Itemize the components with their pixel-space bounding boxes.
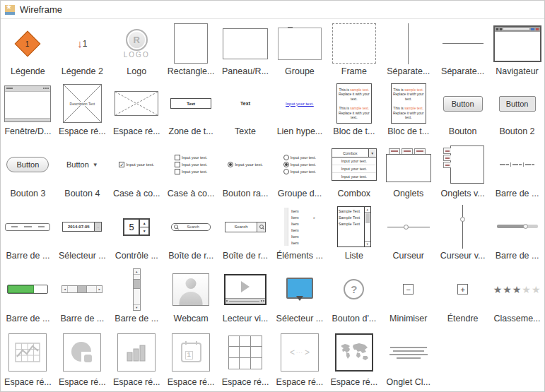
logo-icon: RLOGO xyxy=(124,29,150,59)
shape-label: Onglet Cl... xyxy=(386,377,430,391)
shape-item-ph-table-50[interactable]: Espace ré... xyxy=(1,328,55,391)
shape-item-button-18[interactable]: ButtonBouton xyxy=(435,81,490,141)
shape-label: Bloc de t... xyxy=(333,126,375,141)
shape-item-slider-h-37[interactable]: Curseur xyxy=(381,203,435,265)
shape-item-datepicker-31[interactable]: 2014-07-05‥Sélecteur ... xyxy=(55,203,110,265)
horizontal-separator-shape xyxy=(443,43,484,44)
shape-item-tabs-27[interactable]: Onglets xyxy=(381,141,435,203)
shape-item-menu-35[interactable]: ItemItem▸ItemItemItemItemÉléments ... xyxy=(273,203,327,265)
shape-label: Sélecteur ... xyxy=(276,314,324,328)
shape-item-screensel-45[interactable]: Sélecteur ... xyxy=(273,265,327,328)
video-player-shape xyxy=(224,274,266,305)
table-chart-placeholder-shape xyxy=(8,333,47,372)
shape-item-logo-2[interactable]: RLOGOLogo xyxy=(110,20,164,81)
shape-item-button-flat-19[interactable]: ButtonBouton 2 xyxy=(490,81,544,141)
shape-item-combox-26[interactable]: Combox▼Input your text.Input your text.I… xyxy=(327,141,381,203)
grid3-icon-area xyxy=(218,328,273,377)
shape-item-sep-h-8[interactable]: Séparate... xyxy=(435,20,490,81)
shape-item-img-desc-11[interactable]: Description TextEspace ré... xyxy=(55,81,110,141)
shape-item-frame-6[interactable]: Frame xyxy=(327,20,381,81)
browser-shape xyxy=(493,25,541,62)
tabs-shape-part xyxy=(389,148,426,154)
shape-item-text-14[interactable]: TextTexte xyxy=(218,81,273,141)
shape-item-scrollbar-v-42[interactable]: ▲▼Barre de ... xyxy=(110,265,164,328)
pie-chart-icon xyxy=(70,340,94,364)
checkbox-group-shape-part: Input your text. xyxy=(175,169,207,174)
rating-shape: ★★★★★ xyxy=(493,285,541,295)
shape-item-spinner-32[interactable]: 5▲▼Contrôle ... xyxy=(110,203,164,265)
shape-item-button-drop-21[interactable]: Button▼Bouton 4 xyxy=(55,141,110,203)
radio-group-shape-part-part: Input your text. xyxy=(291,170,316,174)
shape-item-img-wide-12[interactable]: Espace ré... xyxy=(110,81,164,141)
shape-item-ph-embed-55[interactable]: <···>Espace ré... xyxy=(273,328,327,391)
menu-shape-part-part-part: Item xyxy=(291,209,299,213)
shape-item-ph-cal-53[interactable]: 1Espace ré... xyxy=(164,328,218,391)
button-icon-area: Button xyxy=(435,81,490,126)
menu-shape-part-part-part: Item xyxy=(291,241,299,245)
shape-item-textblock-17[interactable]: This is sample text. Replace it with you… xyxy=(381,81,435,141)
shape-item-hyperlink-15[interactable]: Input your text.Lien hype... xyxy=(273,81,327,141)
shape-item-scrollbar-h-41[interactable]: ◄►Barre de ... xyxy=(55,265,110,328)
shape-item-ph-pie-51[interactable]: Espace ré... xyxy=(55,328,110,391)
shape-item-radio3-25[interactable]: Input your text.Input your text.Input yo… xyxy=(273,141,327,203)
shape-label: Séparate... xyxy=(387,66,430,81)
shape-item-legend1-0[interactable]: 1Légende xyxy=(1,20,55,81)
shape-item-radio1-24[interactable]: Input your text.Bouton ra... xyxy=(218,141,273,203)
shape-item-rating-49[interactable]: ★★★★★Classeme... xyxy=(490,265,544,328)
combobox-shape-part: Input your text. xyxy=(332,158,376,165)
vertical-tabs-shape-part-part-part xyxy=(445,150,450,152)
shape-item-search-round-33[interactable]: SearchBoîte de r... xyxy=(164,203,218,265)
shape-item-textfield-13[interactable]: TextZone de t... xyxy=(164,81,218,141)
shape-item-ph-map-56[interactable]: Espace ré... xyxy=(327,328,381,391)
shape-item-breadcrumb-29[interactable]: Barre de ... xyxy=(490,141,544,203)
ph-bars-icon-area xyxy=(110,328,164,377)
shape-label: Bloc de t... xyxy=(387,126,429,141)
shape-item-rect-tall-3[interactable]: Rectangle... xyxy=(164,20,218,81)
panel-header[interactable]: ★ Wireframe xyxy=(1,1,544,19)
shape-item-grid3-54[interactable]: Espace ré... xyxy=(218,328,273,391)
shape-item-toolbar-30[interactable]: Barre de ... xyxy=(1,203,55,265)
scroll-down-icon: ▼ xyxy=(134,304,140,310)
shape-item-help-46[interactable]: ?Bouton d'... xyxy=(327,265,381,328)
shape-item-paragraph-57[interactable]: Onglet Cl... xyxy=(381,328,435,391)
vertical-tabs-shape xyxy=(450,145,484,184)
video-player-shape-part-part xyxy=(263,300,264,302)
shape-item-expand-48[interactable]: +Étendre xyxy=(435,265,490,328)
spinner-icon-area: 5▲▼ xyxy=(110,203,164,251)
shape-item-browser-9[interactable]: Navigateur xyxy=(490,20,544,81)
pie-chart-placeholder-shape xyxy=(63,333,101,372)
shape-item-legend2-1[interactable]: ↓1Légende 2 xyxy=(55,20,110,81)
shape-item-slider-v-38[interactable]: Curseur v... xyxy=(435,203,490,265)
shape-item-button-pill-20[interactable]: ButtonBouton 3 xyxy=(1,141,55,203)
scroll-thumb xyxy=(77,286,87,292)
shape-item-group-5[interactable]: Groupe xyxy=(273,20,327,81)
shape-item-video-44[interactable]: Lecteur vi... xyxy=(218,265,273,328)
shape-item-minimize-47[interactable]: −Minimiser xyxy=(381,265,435,328)
scroll-up-icon: ▲ xyxy=(134,269,140,275)
shape-item-rect-wide-4[interactable]: Paneau/R... xyxy=(218,20,273,81)
combobox-shape-part: Input your text. xyxy=(332,172,376,180)
shape-item-webcam-43[interactable]: Webcam xyxy=(164,265,218,328)
browser-shape-part-part xyxy=(500,28,502,30)
shape-item-search-btn-34[interactable]: SearchBoîte de r... xyxy=(218,203,273,265)
shape-item-slider-thick-39[interactable]: Barre de ... xyxy=(490,203,544,265)
shape-item-window-10[interactable]: Fenêtre/D... xyxy=(1,81,55,141)
shape-item-sep-v-7[interactable]: Séparate... xyxy=(381,20,435,81)
world-map-icon-part xyxy=(356,352,361,358)
menu-shape: ItemItem▸ItemItemItemItem xyxy=(284,208,315,246)
shape-item-tabs-v-28[interactable]: Onglets v... xyxy=(435,141,490,203)
shape-item-ph-bars-52[interactable]: Espace ré... xyxy=(110,328,164,391)
textblock-shape-part: This is sample text. Replace it with you… xyxy=(392,106,425,120)
shape-item-checkbox1-22[interactable]: ✓Input your text.Case à co... xyxy=(110,141,164,203)
webcam-shape-part xyxy=(180,292,203,306)
scroll-thumb xyxy=(134,279,140,289)
shape-item-checkbox3-23[interactable]: Input your text.Input your text.Input yo… xyxy=(164,141,218,203)
shape-item-textblock-16[interactable]: This is sample text. Replace it with you… xyxy=(327,81,381,141)
list-shape-part-part: Sample Text xyxy=(339,221,363,227)
breadcrumb-shape-part xyxy=(512,164,522,165)
datepicker-shape: 2014-07-05‥ xyxy=(62,222,102,232)
radio-group-shape-part-part: Input your text. xyxy=(291,155,316,160)
textblock-shape-part: This is sample text. Replace it with you… xyxy=(392,88,425,102)
shape-item-list-36[interactable]: Sample TextSample TextSample Text▲▼Liste xyxy=(327,203,381,265)
shape-item-progress-40[interactable]: Barre de ... xyxy=(1,265,55,328)
